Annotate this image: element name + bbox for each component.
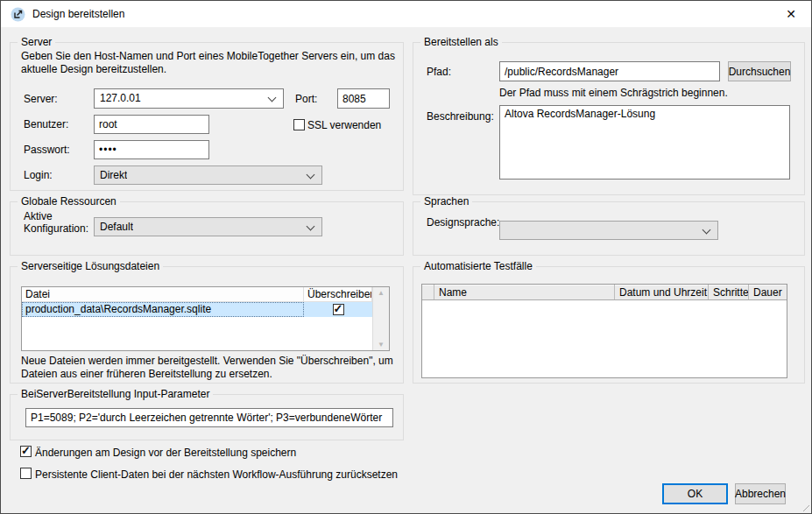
ok-button[interactable]: OK: [662, 483, 728, 504]
column-header-overwrite[interactable]: Überschreiben: [304, 287, 372, 301]
scroll-up-icon[interactable]: ▲: [373, 289, 389, 297]
server-files-group: Serverseitige Lösungsdateien Datei Übers…: [10, 266, 404, 384]
user-label: Benutzer:: [24, 118, 68, 130]
table-row[interactable]: production_data\RecordsManager.sqlite ✓: [22, 302, 389, 317]
files-table-scrollbar[interactable]: ▲ ▼: [372, 287, 389, 350]
active-config-label-line2: Konfiguration:: [24, 222, 88, 235]
test-cases-title: Automatisierte Testfälle: [420, 260, 536, 272]
deploy-as-group: Bereitstellen als Pfad: Durchsuchen Der …: [413, 42, 805, 195]
path-input[interactable]: [499, 61, 720, 81]
active-config-dropdown[interactable]: Default: [94, 217, 322, 236]
server-group-title: Server: [18, 36, 55, 48]
files-note: Neue Dateien werden immer bereitgestellt…: [21, 355, 399, 381]
chevron-down-icon[interactable]: [307, 222, 315, 231]
login-dropdown[interactable]: Direkt: [94, 165, 322, 185]
save-before-deploy-label: Änderungen am Design vor der Bereitstell…: [35, 447, 296, 459]
test-cases-group: Automatisierte Testfälle Name Datum und …: [413, 266, 805, 384]
save-before-deploy-checkbox[interactable]: ✓: [20, 446, 32, 457]
design-language-dropdown[interactable]: [499, 221, 718, 240]
overwrite-checkbox[interactable]: ✓: [333, 304, 344, 315]
cancel-button[interactable]: Abbrechen: [735, 483, 786, 504]
port-input[interactable]: [337, 88, 390, 109]
column-header-name[interactable]: Name: [434, 285, 615, 299]
files-table: Datei Überschreiben production_data\Reco…: [21, 286, 390, 351]
dialog-title: Design bereitstellen: [32, 8, 124, 20]
description-label: Beschreibung:: [427, 110, 494, 123]
column-header-select[interactable]: [422, 285, 434, 299]
dialog-titlebar[interactable]: Design bereitstellen ✕: [1, 1, 811, 27]
reset-client-data-checkbox[interactable]: [20, 468, 32, 479]
mobiletogether-deploy-icon: [11, 7, 25, 22]
server-label: Server:: [24, 93, 58, 105]
resize-grip[interactable]: [798, 500, 809, 511]
server-combobox-value: 127.0.01: [100, 92, 141, 104]
global-resources-group: Globale Ressourcen Aktive Konfiguration:…: [10, 201, 404, 256]
deploy-design-dialog: Design bereitstellen ✕ Server Geben Sie …: [0, 0, 812, 514]
test-cases-table-header[interactable]: Name Datum und Uhrzeit Schritte Dauer: [422, 285, 787, 300]
input-parameter-title: BeiServerBereitstellung Input-Parameter: [18, 388, 213, 400]
column-header-file[interactable]: Datei: [22, 287, 304, 301]
chevron-down-icon[interactable]: [703, 226, 711, 235]
chevron-down-icon[interactable]: [307, 171, 315, 180]
server-combobox[interactable]: 127.0.01: [94, 88, 284, 109]
column-header-steps[interactable]: Schritte: [709, 285, 749, 299]
login-dropdown-value: Direkt: [100, 169, 127, 181]
ssl-checkbox[interactable]: [293, 119, 305, 130]
column-header-datetime[interactable]: Datum und Uhrzeit: [615, 285, 709, 299]
server-group: Server Geben Sie den Host-Namen und Port…: [10, 42, 404, 191]
password-label: Passwort:: [24, 144, 70, 156]
design-language-label: Designsprache:: [427, 216, 499, 229]
reset-client-data-label: Persistente Client-Daten bei der nächste…: [35, 468, 398, 481]
active-config-value: Default: [100, 221, 133, 233]
login-label: Login:: [24, 169, 53, 181]
input-parameter-field[interactable]: [25, 408, 393, 427]
overwrite-cell: ✓: [304, 302, 372, 317]
test-cases-table: Name Datum und Uhrzeit Schritte Dauer: [421, 284, 787, 378]
languages-title: Sprachen: [420, 195, 472, 208]
global-resources-title: Globale Ressourcen: [18, 195, 120, 208]
path-hint: Der Pfad muss mit einem Schrägstrich beg…: [499, 87, 728, 99]
chevron-down-icon[interactable]: [268, 94, 277, 102]
port-label: Port:: [295, 93, 317, 105]
user-input[interactable]: [94, 115, 209, 134]
server-description: Geben Sie den Host-Namen und Port eines …: [21, 50, 399, 76]
deploy-as-title: Bereitstellen als: [420, 36, 502, 48]
password-input[interactable]: [94, 140, 209, 159]
browse-button[interactable]: Durchsuchen: [728, 61, 791, 81]
column-header-duration[interactable]: Dauer: [749, 285, 786, 299]
description-textarea[interactable]: Altova RecordsManager-Lösung: [499, 105, 790, 180]
active-config-label-line1: Aktive: [24, 210, 53, 222]
check-icon: ✓: [334, 302, 343, 315]
path-label: Pfad:: [427, 66, 451, 78]
files-table-header[interactable]: Datei Überschreiben: [22, 287, 389, 302]
input-parameter-group: BeiServerBereitstellung Input-Parameter: [10, 394, 404, 440]
languages-group: Sprachen Designsprache:: [413, 201, 805, 256]
file-name-cell[interactable]: production_data\RecordsManager.sqlite: [22, 302, 304, 317]
server-files-title: Serverseitige Lösungsdateien: [18, 260, 163, 272]
ssl-checkbox-label: SSL verwenden: [307, 119, 381, 131]
close-icon[interactable]: ✕: [776, 4, 806, 25]
check-icon: ✓: [21, 444, 31, 457]
scroll-down-icon[interactable]: ▼: [373, 341, 389, 349]
